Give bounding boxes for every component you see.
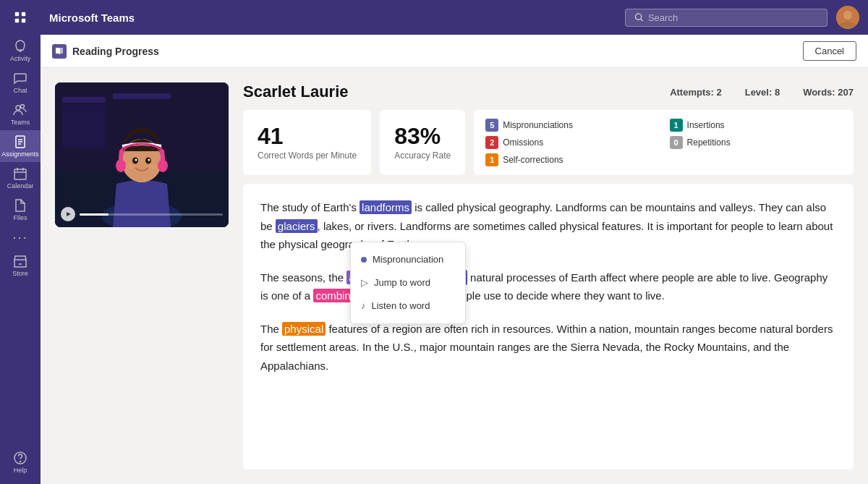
sidebar-item-activity-label: Activity <box>10 55 31 62</box>
svg-point-5 <box>21 105 25 109</box>
grid-menu-icon[interactable] <box>9 6 32 29</box>
reading-progress-icon <box>52 44 67 59</box>
attempts-stat: Attempts: 2 <box>670 87 722 98</box>
svg-point-22 <box>158 159 168 172</box>
repetition-label: Repetitions <box>687 137 731 148</box>
svg-point-27 <box>127 164 135 169</box>
svg-point-9 <box>20 462 21 462</box>
repetition-badge: 0 <box>670 136 683 149</box>
sidebar-item-store-label: Store <box>12 270 28 277</box>
selfcorrection-label: Self-corrections <box>503 155 563 165</box>
level-value: 8 <box>775 87 780 98</box>
svg-rect-2 <box>15 19 19 22</box>
svg-rect-17 <box>113 93 171 99</box>
sidebar-item-teams-label: Teams <box>11 119 30 126</box>
accuracy-card: 83% Accuracy Rate <box>380 110 465 175</box>
avatar-image <box>836 6 859 29</box>
tooltip-mispronunciation-label: Mispronunciation <box>373 252 443 268</box>
sidebar-item-teams[interactable]: Teams <box>0 98 41 130</box>
sidebar-item-files[interactable]: Files <box>0 194 41 226</box>
word-landforms[interactable]: landforms <box>359 200 412 214</box>
listen-icon: ♪ <box>361 298 366 314</box>
word-tooltip: Mispronunciation ▷ Jump to word ♪ Listen… <box>350 242 466 324</box>
insertion-label: Insertions <box>687 120 725 130</box>
svg-rect-15 <box>62 97 106 103</box>
svg-rect-16 <box>62 104 106 148</box>
sidebar-item-chat[interactable]: Chat <box>0 67 41 98</box>
word-physical[interactable]: physical <box>282 322 326 336</box>
sidebar-item-activity[interactable]: Activity <box>0 35 41 67</box>
content-body: Scarlet Laurie Attempts: 2 Level: 8 Word… <box>41 68 868 484</box>
svg-rect-7 <box>14 169 26 179</box>
svg-point-10 <box>635 14 641 20</box>
cwpm-card: 41 Correct Words per Minute <box>243 110 371 175</box>
search-box[interactable] <box>625 9 827 27</box>
video-frame <box>55 82 229 227</box>
cwpm-label: Correct Words per Minute <box>258 150 357 161</box>
right-panel: Scarlet Laurie Attempts: 2 Level: 8 Word… <box>243 82 854 470</box>
insertion-error: 1 Insertions <box>670 119 842 132</box>
sidebar-item-assignments[interactable]: Assignments <box>0 130 41 162</box>
svg-point-21 <box>116 159 126 172</box>
repetition-error: 0 Repetitions <box>670 136 842 149</box>
sidebar-item-chat-label: Chat <box>13 87 27 94</box>
word-glaciers[interactable]: glaciers <box>276 219 318 233</box>
sidebar-item-calendar-label: Calendar <box>7 182 34 190</box>
tooltip-listen-label: Listen to word <box>372 298 430 314</box>
svg-point-28 <box>148 164 157 169</box>
svg-rect-3 <box>22 19 25 22</box>
attempts-value: 2 <box>716 87 721 98</box>
error-grid: 5 Mispronunciations 1 Insertions 2 Omiss… <box>474 110 854 175</box>
svg-point-26 <box>148 159 150 161</box>
tooltip-dot-icon <box>361 257 367 263</box>
selfcorrection-error: 1 Self-corrections <box>485 153 658 166</box>
reading-text-area: Mispronunciation ▷ Jump to word ♪ Listen… <box>243 184 854 470</box>
play-icon <box>64 211 72 218</box>
selfcorrection-badge: 1 <box>485 153 498 166</box>
sidebar-item-more[interactable]: ··· <box>0 226 41 250</box>
video-progress-bar[interactable] <box>80 213 223 216</box>
words-value: 207 <box>838 87 854 98</box>
listen-to-word-option[interactable]: ♪ Listen to word <box>351 294 465 318</box>
content-header: Reading Progress Cancel <box>41 35 868 68</box>
play-button[interactable] <box>61 207 75 221</box>
video-panel <box>55 82 229 470</box>
sidebar-item-help[interactable]: Help <box>13 446 27 478</box>
app-title: Microsoft Teams <box>49 12 135 24</box>
mispronunciation-option[interactable]: Mispronunciation <box>351 248 465 271</box>
svg-point-25 <box>135 159 137 161</box>
insertion-badge: 1 <box>670 119 683 132</box>
sidebar-item-help-label: Help <box>14 467 27 474</box>
words-stat: Words: 207 <box>803 87 854 98</box>
sidebar-item-files-label: Files <box>13 214 27 221</box>
attempts-label: Attempts: <box>670 87 714 98</box>
stats-row: 41 Correct Words per Minute 83% Accuracy… <box>243 110 854 175</box>
student-header: Scarlet Laurie Attempts: 2 Level: 8 Word… <box>243 82 854 101</box>
main-area: Microsoft Teams Reading Progress Cancel <box>41 0 868 484</box>
cwpm-value: 41 <box>258 124 357 148</box>
student-name: Scarlet Laurie <box>243 82 647 101</box>
page-title: Reading Progress <box>72 46 803 57</box>
cancel-button[interactable]: Cancel <box>803 41 856 61</box>
omission-error: 2 Omissions <box>485 136 658 149</box>
paragraph-3: The physical features of a region are of… <box>260 320 836 375</box>
svg-rect-0 <box>15 12 19 16</box>
mispronunciation-label: Mispronunciations <box>503 120 573 130</box>
omission-badge: 2 <box>485 136 498 149</box>
jump-icon: ▷ <box>361 275 368 291</box>
sidebar-item-calendar[interactable]: Calendar <box>0 162 41 194</box>
topbar: Microsoft Teams <box>41 0 868 35</box>
video-progress-fill <box>80 213 109 216</box>
mispronunciation-badge: 5 <box>485 119 498 132</box>
jump-to-word-option[interactable]: ▷ Jump to word <box>351 271 465 294</box>
words-label: Words: <box>803 87 835 98</box>
level-stat: Level: 8 <box>745 87 780 98</box>
avatar[interactable] <box>836 6 859 29</box>
book-icon <box>54 46 64 56</box>
accuracy-value: 83% <box>394 124 451 148</box>
sidebar-item-store[interactable]: Store <box>0 250 41 281</box>
search-input[interactable] <box>648 12 818 23</box>
video-controls <box>61 207 223 221</box>
accuracy-label: Accuracy Rate <box>394 150 451 161</box>
paragraph-2: The seasons, the atmosphere and all the … <box>260 268 836 305</box>
